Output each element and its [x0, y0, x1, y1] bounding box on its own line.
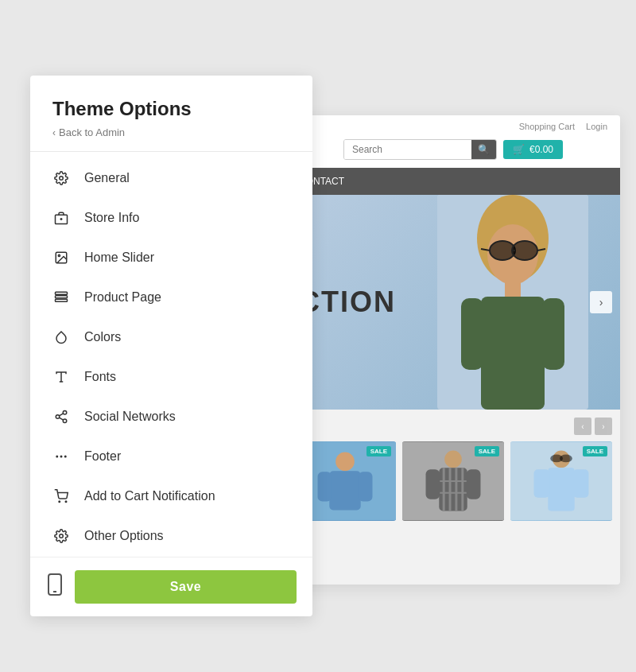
nav-menu: General Store Info	[30, 152, 312, 557]
nav-item-store-info[interactable]: Store Info	[30, 198, 312, 238]
store-icon	[52, 209, 70, 227]
settings-icon	[52, 527, 70, 545]
svg-point-58	[560, 455, 572, 463]
cart-icon	[52, 487, 70, 505]
hero-model	[437, 195, 588, 410]
thumbnails-section: ‹ › SALE	[286, 410, 620, 529]
svg-rect-35	[542, 298, 564, 370]
thumbnail-item-3[interactable]: SALE	[510, 441, 612, 521]
svg-point-28	[512, 241, 537, 260]
svg-rect-55	[534, 469, 550, 497]
save-button[interactable]: Save	[75, 570, 297, 604]
svg-rect-6	[56, 292, 68, 294]
sale-badge-3: SALE	[583, 446, 607, 456]
svg-point-13	[63, 419, 67, 423]
panel-title: Theme Options	[52, 98, 290, 120]
svg-point-5	[58, 254, 60, 256]
nav-item-other-options[interactable]: Other Options	[30, 516, 312, 556]
thumb-prev-button[interactable]: ‹	[574, 418, 591, 435]
hero-next-button[interactable]: ›	[590, 291, 612, 313]
svg-rect-34	[461, 298, 483, 370]
shopping-cart-label: Shopping Cart	[519, 122, 575, 131]
nav-item-home-slider[interactable]: Home Slider	[30, 238, 312, 278]
nav-label-product-page: Product Page	[84, 290, 161, 305]
share-icon	[52, 408, 70, 425]
store-header: Shopping Cart Login 🔍 🛒 €0.00	[286, 115, 620, 168]
theme-panel: Theme Options ‹ Back to Admin General	[30, 76, 312, 616]
svg-rect-32	[505, 282, 521, 297]
thumb-nav: ‹ ›	[294, 418, 612, 435]
svg-point-21	[60, 534, 64, 538]
thumb-next-button[interactable]: ›	[595, 418, 612, 435]
back-label: Back to Admin	[59, 126, 125, 138]
svg-point-37	[335, 453, 355, 472]
nav-item-add-to-cart[interactable]: Add to Cart Notification	[30, 476, 312, 516]
nav-item-product-page[interactable]: Product Page	[30, 278, 312, 317]
cart-amount: €0.00	[529, 144, 553, 155]
svg-point-12	[56, 415, 60, 419]
svg-rect-50	[426, 469, 440, 499]
cart-icon-preview: 🛒	[513, 144, 525, 155]
image-icon	[52, 249, 70, 266]
nav-item-social-networks[interactable]: Social Networks	[30, 397, 312, 437]
svg-point-11	[63, 411, 67, 415]
drop-icon	[52, 328, 70, 346]
search-button[interactable]: 🔍	[471, 140, 496, 159]
mobile-icon	[46, 573, 64, 600]
svg-point-17	[60, 456, 63, 458]
thumbnail-item-2[interactable]: SALE	[402, 441, 504, 521]
nav-label-general: General	[84, 171, 130, 185]
font-icon	[52, 368, 70, 386]
svg-rect-38	[329, 471, 360, 510]
nav-label-social-networks: Social Networks	[84, 410, 176, 424]
store-top-bar: Shopping Cart Login	[299, 122, 607, 134]
nav-label-home-slider: Home Slider	[84, 251, 154, 265]
store-nav-bar: CONTACT	[286, 168, 620, 195]
nav-label-store-info: Store Info	[84, 211, 139, 225]
svg-rect-51	[467, 469, 481, 499]
hero-section: CTION	[286, 195, 620, 410]
panel-header: Theme Options ‹ Back to Admin	[30, 76, 312, 152]
back-chevron-icon: ‹	[52, 127, 56, 138]
nav-label-footer: Footer	[84, 449, 121, 464]
nav-label-colors: Colors	[84, 330, 121, 344]
store-preview: Shopping Cart Login 🔍 🛒 €0.00 CONTACT CT…	[286, 115, 620, 585]
nav-item-fonts[interactable]: Fonts	[30, 357, 312, 397]
store-search-row: 🔍 🛒 €0.00	[299, 134, 607, 168]
svg-point-16	[56, 456, 58, 458]
svg-line-15	[59, 414, 63, 416]
hero-text: CTION	[299, 286, 396, 319]
nav-item-general[interactable]: General	[30, 158, 312, 198]
svg-point-0	[60, 177, 64, 181]
nav-label-add-to-cart: Add to Cart Notification	[84, 489, 215, 503]
nav-label-other-options: Other Options	[84, 529, 164, 543]
svg-point-19	[59, 501, 60, 503]
tag-icon	[52, 289, 70, 306]
thumbnails-row: SALE	[294, 441, 612, 521]
gear-icon	[52, 169, 70, 187]
panel-footer: Save	[30, 557, 312, 616]
svg-point-20	[65, 501, 67, 503]
svg-rect-8	[56, 299, 68, 301]
back-to-admin-link[interactable]: ‹ Back to Admin	[52, 126, 290, 138]
sale-badge-1: SALE	[366, 446, 391, 456]
main-container: Theme Options ‹ Back to Admin General	[0, 0, 636, 672]
svg-line-14	[59, 418, 63, 420]
nav-item-footer[interactable]: Footer	[30, 437, 312, 476]
nav-item-colors[interactable]: Colors	[30, 317, 312, 357]
svg-rect-40	[359, 472, 373, 501]
svg-point-42	[444, 451, 462, 468]
sale-badge-2: SALE	[475, 446, 499, 456]
login-label: Login	[586, 122, 607, 131]
svg-rect-54	[548, 468, 574, 511]
cart-button[interactable]: 🛒 €0.00	[503, 140, 563, 159]
dots-icon	[52, 448, 70, 465]
svg-point-18	[64, 456, 67, 458]
svg-rect-56	[573, 469, 589, 497]
nav-label-fonts: Fonts	[84, 370, 116, 384]
search-input[interactable]	[344, 140, 471, 159]
svg-rect-7	[56, 296, 68, 298]
svg-rect-39	[318, 472, 332, 501]
search-box: 🔍	[343, 139, 497, 160]
svg-rect-33	[481, 297, 545, 410]
